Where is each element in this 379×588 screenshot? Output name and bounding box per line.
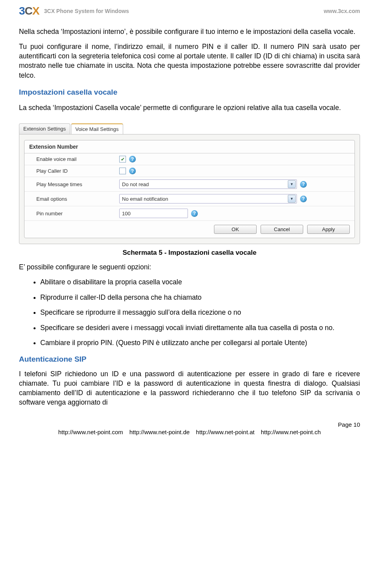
paragraph: Nella scheda ‘Impostazioni interno’, è p… [19, 27, 360, 36]
select-value: Do not read [122, 181, 149, 187]
help-icon[interactable]: ? [129, 156, 136, 162]
heading-voicemail-settings: Impostazioni casella vocale [19, 87, 360, 97]
list-item: Riprodurre il caller-ID della persona ch… [40, 293, 360, 302]
page-number: Page 10 [19, 421, 360, 428]
help-icon[interactable]: ? [191, 210, 198, 217]
footer-link: http://www.net-point.at [196, 429, 254, 435]
select-email-options[interactable]: No email notification ▼ [119, 194, 297, 203]
page-header: 3CX 3CX Phone System for Windows www.3cx… [19, 5, 360, 17]
section-extension-number: Extension Number [24, 140, 355, 153]
figure-caption: Schermata 5 - Impostazioni casella vocal… [19, 249, 360, 257]
paragraph: E’ possibile configurare le seguenti opz… [19, 262, 360, 272]
help-icon[interactable]: ? [300, 196, 307, 202]
tab-voice-mail-settings[interactable]: Voice Mail Settings [71, 123, 123, 134]
help-icon[interactable]: ? [129, 168, 136, 174]
tab-extension-settings[interactable]: Extension Settings [19, 123, 70, 134]
cancel-button[interactable]: Cancel [261, 225, 303, 234]
label-play-caller-id: Play Caller ID [29, 168, 119, 174]
site-url: www.3cx.com [324, 8, 360, 14]
chevron-down-icon: ▼ [288, 180, 296, 188]
select-value: No email notification [122, 196, 168, 202]
apply-button[interactable]: Apply [307, 225, 350, 234]
ok-button[interactable]: OK [214, 225, 257, 234]
heading-sip-auth: Autenticazione SIP [19, 355, 360, 364]
label-email-options: Email options [29, 196, 119, 202]
footer-link: http://www.net-point.com [58, 429, 123, 435]
list-item: Cambiare il proprio PIN. (Questo PIN è u… [40, 338, 360, 348]
label-enable-voice-mail: Enable voice mail [29, 156, 119, 162]
paragraph: La scheda ‘Impostazioni Casella vocale’ … [19, 103, 360, 112]
list-item: Abilitare o disabilitare la propria case… [40, 277, 360, 287]
checkbox-enable-voice-mail[interactable]: ✔ [119, 156, 126, 162]
select-play-message-times[interactable]: Do not read ▼ [119, 179, 297, 189]
help-icon[interactable]: ? [300, 181, 307, 188]
input-pin-number[interactable]: 100 [119, 209, 188, 218]
chevron-down-icon: ▼ [288, 195, 296, 203]
footer-link: http://www.net-point.de [129, 429, 190, 435]
screenshot-voicemail-settings: Extension Settings Voice Mail Settings E… [19, 123, 360, 244]
list-item: Specificare se desideri avere i messaggi… [40, 323, 360, 333]
product-name: 3CX Phone System for Windows [44, 8, 129, 14]
label-pin-number: Pin number [29, 211, 119, 217]
list-item: Specificare se riprodurre il messaggio s… [40, 308, 360, 317]
paragraph: I telefoni SIP richiedono un ID e una pa… [19, 369, 360, 407]
options-list: Abilitare o disabilitare la propria case… [19, 277, 360, 348]
logo-3cx: 3CX [19, 5, 39, 17]
paragraph: Tu puoi configurare il nome, l’indirizzo… [19, 42, 360, 80]
checkbox-play-caller-id[interactable] [119, 168, 126, 174]
label-play-message-times: Play Message times [29, 181, 119, 187]
footer-link: http://www.net-point.ch [261, 429, 321, 435]
footer-links: http://www.net-point.com http://www.net-… [19, 429, 360, 435]
